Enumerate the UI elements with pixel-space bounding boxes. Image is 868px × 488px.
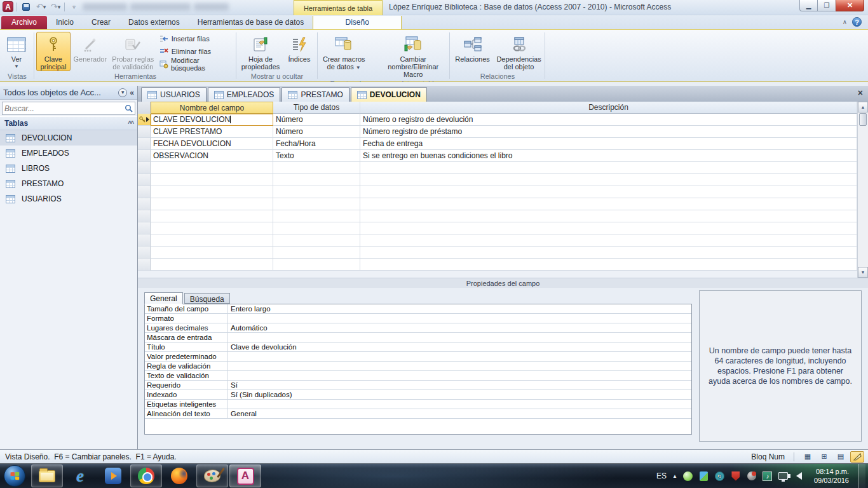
- taskbar-access-button[interactable]: A: [229, 464, 261, 487]
- tab-datos-externos[interactable]: Datos externos: [119, 16, 189, 29]
- music-tray-icon[interactable]: ♪: [763, 471, 773, 481]
- nav-item-empleados[interactable]: EMPLEADOS: [0, 146, 137, 161]
- taskbar-paint-button[interactable]: [196, 464, 228, 487]
- empty-field-row[interactable]: [138, 162, 857, 174]
- field-name-cell[interactable]: CLAVE DEVOLUCION: [151, 114, 273, 126]
- empty-field-row[interactable]: [138, 186, 857, 198]
- pivottable-view-button[interactable]: ⊞: [817, 451, 831, 463]
- dependencias-button[interactable]: Dependencias del objeto: [494, 32, 543, 71]
- nav-item-prestamo[interactable]: PRESTAMO: [0, 176, 137, 191]
- taskbar-firefox-button[interactable]: [163, 464, 195, 487]
- field-row-observacion[interactable]: OBSERVACION Texto Si se entrego en buena…: [138, 150, 857, 162]
- nav-item-devolucion[interactable]: DEVOLUCION: [0, 130, 137, 146]
- update-tray-icon[interactable]: [699, 471, 709, 481]
- relaciones-button[interactable]: Relaciones: [452, 32, 493, 71]
- save-button[interactable]: [20, 1, 32, 12]
- field-type-cell[interactable]: Número: [273, 114, 360, 126]
- security-shield-tray-icon[interactable]: [731, 471, 741, 481]
- tab-diseno[interactable]: Diseño: [313, 16, 402, 29]
- field-desc-cell[interactable]: Fecha de entrega: [360, 138, 857, 150]
- minimize-ribbon-icon[interactable]: ∧: [843, 18, 847, 25]
- collapse-pane-icon[interactable]: «: [130, 88, 134, 97]
- modificar-busquedas-button[interactable]: Modificar búsquedas: [159, 58, 233, 70]
- field-row-clave-devolucion[interactable]: CLAVE DEVOLUCION Número Número o registr…: [138, 114, 857, 126]
- start-button[interactable]: [4, 465, 25, 487]
- field-type-cell[interactable]: Fecha/Hora: [273, 138, 360, 150]
- field-desc-cell[interactable]: Número registro de préstamo: [360, 126, 857, 138]
- field-name-cell[interactable]: CLAVE PRESTAMO: [151, 126, 273, 138]
- sync-tray-icon[interactable]: [747, 471, 757, 481]
- nav-menu-dropdown-icon[interactable]: ▼: [118, 88, 127, 97]
- doc-tab-prestamo[interactable]: PRESTAMO: [281, 87, 349, 102]
- cambiar-nombre-macro-button[interactable]: Cambiar nombre/Eliminar Macro: [378, 32, 448, 79]
- field-row-clave-prestamo[interactable]: CLAVE PRESTAMO Número Número registro de…: [138, 126, 857, 138]
- language-indicator[interactable]: ES: [656, 471, 667, 480]
- empty-field-row[interactable]: [138, 198, 857, 210]
- hoja-propiedades-button[interactable]: Hoja de propiedades: [238, 32, 283, 71]
- row-selector[interactable]: [138, 126, 151, 138]
- clave-principal-button[interactable]: Clave principal: [36, 32, 71, 71]
- scroll-down-icon[interactable]: ▼: [858, 267, 868, 278]
- tab-inicio[interactable]: Inicio: [47, 16, 83, 29]
- crear-macros-button[interactable]: Crear macros de datos ▼: [320, 32, 368, 79]
- network-tray-icon[interactable]: [778, 471, 789, 481]
- empty-field-row[interactable]: [138, 210, 857, 222]
- tab-crear[interactable]: Crear: [83, 16, 119, 29]
- vertical-scrollbar[interactable]: ▲ ▼: [857, 102, 868, 278]
- field-type-cell[interactable]: Texto: [273, 150, 360, 162]
- empty-field-row[interactable]: [138, 222, 857, 234]
- nav-pane-header[interactable]: Todos los objetos de Acc... ▼ «: [0, 86, 137, 100]
- scroll-up-icon[interactable]: ▲: [858, 102, 868, 112]
- field-name-cell[interactable]: FECHA DEVOLUCION: [151, 138, 273, 150]
- tab-archivo[interactable]: Archivo: [1, 16, 47, 29]
- close-document-icon[interactable]: ×: [858, 88, 863, 97]
- nav-item-usuarios[interactable]: USUARIOS: [0, 191, 137, 207]
- restore-button[interactable]: ❐: [818, 0, 836, 11]
- collapse-section-icon[interactable]: ^^: [128, 120, 133, 127]
- doc-tab-devolucion[interactable]: DEVOLUCION: [351, 87, 427, 102]
- field-name-cell[interactable]: OBSERVACION: [151, 150, 273, 162]
- volume-tray-icon[interactable]: [794, 471, 804, 481]
- doc-tab-empleados[interactable]: EMPLEADOS: [208, 87, 281, 102]
- taskbar-ie-button[interactable]: e: [64, 464, 96, 487]
- undo-button[interactable]: ↶▾: [35, 1, 46, 12]
- taskbar-explorer-button[interactable]: [31, 464, 63, 487]
- taskbar-chrome-button[interactable]: [130, 464, 162, 487]
- clock[interactable]: 08:14 p.m. 09/03/2016: [810, 467, 853, 485]
- row-selector-primary-key[interactable]: [138, 114, 151, 126]
- search-icon[interactable]: [125, 104, 133, 112]
- ver-button[interactable]: Ver ▼: [2, 32, 31, 71]
- empty-field-row[interactable]: [138, 174, 857, 186]
- tab-busqueda[interactable]: Búsqueda: [184, 293, 230, 304]
- field-row-fecha-devolucion[interactable]: FECHA DEVOLUCION Fecha/Hora Fecha de ent…: [138, 138, 857, 150]
- tab-herramientas-bd[interactable]: Herramientas de base de datos: [189, 16, 313, 29]
- tray-expand-icon[interactable]: ▲: [672, 473, 677, 479]
- customize-qat-button[interactable]: ▿: [68, 1, 79, 12]
- doc-tab-usuarios[interactable]: USUARIOS: [141, 87, 207, 102]
- access-app-icon[interactable]: A: [3, 1, 13, 12]
- empty-field-row[interactable]: [138, 259, 857, 271]
- design-view-button[interactable]: [850, 451, 864, 463]
- eliminar-filas-button[interactable]: Eliminar filas: [159, 46, 233, 57]
- messenger-tray-icon[interactable]: [683, 471, 693, 481]
- redo-button[interactable]: ↷▾: [50, 1, 61, 12]
- pivotchart-view-button[interactable]: ▤: [834, 451, 848, 463]
- close-button[interactable]: ✕: [836, 0, 864, 11]
- eset-antivirus-tray-icon[interactable]: e: [715, 471, 725, 481]
- scrollbar-track[interactable]: [858, 126, 868, 267]
- field-desc-cell[interactable]: Si se entrego en buenas condiciones el l…: [360, 150, 857, 162]
- nav-section-tablas[interactable]: Tablas ^^: [0, 116, 137, 130]
- row-selector[interactable]: [138, 138, 151, 150]
- show-desktop-button[interactable]: [858, 464, 865, 488]
- field-desc-cell[interactable]: Número o registro de devolución: [360, 114, 857, 126]
- empty-field-row[interactable]: [138, 234, 857, 247]
- search-input[interactable]: [4, 104, 125, 113]
- field-type-cell[interactable]: Número: [273, 126, 360, 138]
- datasheet-view-button[interactable]: ▦: [801, 451, 815, 463]
- indices-button[interactable]: Índices: [284, 32, 315, 71]
- nav-item-libros[interactable]: LIBROS: [0, 161, 137, 176]
- taskbar-mediaplayer-button[interactable]: [97, 464, 129, 487]
- insertar-filas-button[interactable]: Insertar filas: [159, 33, 233, 44]
- row-selector[interactable]: [138, 150, 151, 162]
- minimize-button[interactable]: ▁: [799, 0, 818, 11]
